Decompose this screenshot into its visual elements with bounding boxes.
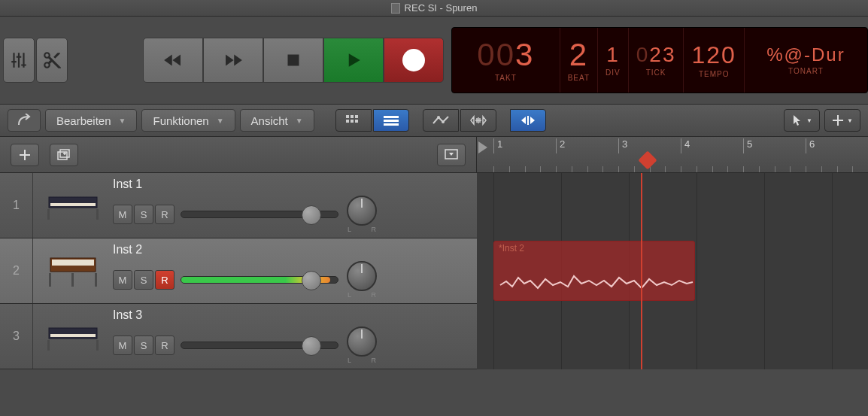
- stop-button[interactable]: [263, 38, 323, 83]
- add-track-button[interactable]: [11, 144, 39, 166]
- plus-icon: [18, 148, 32, 162]
- svg-point-10: [437, 116, 440, 119]
- solo-button[interactable]: S: [134, 270, 153, 290]
- lcd-tick-value[interactable]: 023: [636, 44, 676, 65]
- play-button[interactable]: [323, 38, 384, 83]
- catch-icon: [520, 114, 536, 126]
- pointer-tool-select[interactable]: ▼: [784, 109, 820, 132]
- flex-button[interactable]: [460, 109, 496, 132]
- record-button[interactable]: [384, 38, 444, 83]
- secondary-tool-select[interactable]: ▼: [824, 109, 860, 132]
- scissors-button[interactable]: [36, 38, 68, 83]
- mixer-button[interactable]: [3, 38, 35, 83]
- editor-menu-bar: Bearbeiten▼ Funktionen▼ Ansicht▼ ▼: [0, 104, 868, 137]
- crosshair-icon: [832, 114, 844, 126]
- pan-knob[interactable]: LR: [344, 196, 379, 233]
- svg-rect-28: [96, 340, 99, 351]
- chevron-down-icon: ▼: [296, 117, 303, 125]
- svg-rect-18: [47, 209, 50, 220]
- region-midi-content: [499, 270, 694, 293]
- functions-menu[interactable]: Funktionen▼: [141, 109, 235, 132]
- lcd-display: 003 TAKT 2 BEAT 1 DIV 023 TICK 120 TEMPO…: [451, 27, 868, 93]
- track-header[interactable]: 3 Inst 3 M S R LR: [0, 304, 477, 369]
- track-instrument-icon[interactable]: [39, 183, 107, 228]
- midi-region[interactable]: *Inst 2: [493, 241, 695, 301]
- solo-button[interactable]: S: [134, 336, 153, 355]
- track-number: 3: [0, 304, 33, 369]
- view-menu[interactable]: Ansicht▼: [240, 109, 314, 132]
- forward-button[interactable]: [203, 38, 263, 83]
- duplicate-track-button[interactable]: [50, 144, 78, 166]
- fast-forward-icon: [222, 49, 244, 71]
- svg-rect-24: [71, 273, 74, 287]
- record-arm-button[interactable]: R: [155, 336, 175, 355]
- svg-rect-22: [49, 273, 51, 287]
- mute-button[interactable]: M: [113, 336, 132, 355]
- list-view-button[interactable]: [373, 109, 409, 132]
- track-header[interactable]: 2 Inst 2 M S R LR: [0, 238, 477, 304]
- playhead-line[interactable]: [641, 173, 642, 369]
- svg-rect-0: [288, 55, 299, 66]
- volume-slider[interactable]: [181, 211, 338, 218]
- mute-button[interactable]: M: [113, 270, 132, 290]
- volume-slider[interactable]: [181, 342, 338, 349]
- svg-rect-2: [351, 115, 354, 118]
- functions-menu-label: Funktionen: [153, 114, 208, 127]
- track-name-label[interactable]: Inst 1: [113, 178, 469, 191]
- svg-point-11: [442, 120, 445, 123]
- pan-knob[interactable]: LR: [344, 326, 379, 364]
- svg-rect-8: [384, 120, 399, 122]
- tracks-area: 1 Inst 1 M S R LR: [0, 173, 868, 369]
- hierarchy-up-button[interactable]: [8, 109, 41, 132]
- rewind-icon: [162, 49, 184, 71]
- grid-view-button[interactable]: [335, 109, 372, 132]
- flex-icon: [470, 114, 487, 126]
- list-icon: [383, 114, 399, 126]
- mute-button[interactable]: M: [113, 205, 132, 224]
- chevron-down-icon: ▼: [217, 117, 224, 125]
- lcd-key-label: TONART: [788, 67, 824, 75]
- scissors-icon: [42, 50, 62, 70]
- window-titlebar: REC SI - Spuren: [0, 0, 868, 17]
- track-instrument-icon[interactable]: [39, 314, 107, 359]
- chevron-down-icon: ▼: [119, 117, 126, 125]
- pan-knob[interactable]: LR: [344, 261, 379, 299]
- lcd-key-value[interactable]: %@-Dur: [766, 46, 845, 64]
- lcd-tempo-value[interactable]: 120: [691, 43, 736, 67]
- lcd-beat-value[interactable]: 2: [569, 39, 588, 71]
- lcd-div-label: DIV: [605, 68, 621, 77]
- rewind-button[interactable]: [143, 38, 203, 83]
- record-arm-button[interactable]: R: [155, 270, 175, 290]
- automation-button[interactable]: [423, 109, 459, 132]
- track-header-config-button[interactable]: [437, 144, 466, 166]
- lcd-bar-label: TAKT: [495, 74, 517, 82]
- track-instrument-icon[interactable]: [39, 248, 107, 293]
- ruler-bar-number: 4: [681, 138, 743, 153]
- svg-rect-6: [355, 120, 358, 123]
- svg-rect-19: [96, 209, 99, 220]
- playhead-marker[interactable]: [641, 153, 654, 167]
- arrange-area[interactable]: *Inst 2: [477, 173, 868, 369]
- cycle-start-icon[interactable]: [478, 141, 487, 153]
- svg-rect-21: [52, 260, 94, 266]
- solo-button[interactable]: S: [134, 205, 153, 224]
- view-menu-label: Ansicht: [251, 114, 288, 127]
- record-arm-button[interactable]: R: [155, 205, 175, 224]
- lcd-bar-value[interactable]: 003: [477, 39, 534, 71]
- svg-rect-4: [346, 120, 349, 123]
- track-header[interactable]: 1 Inst 1 M S R LR: [0, 173, 477, 238]
- svg-rect-23: [95, 273, 97, 287]
- grid-icon: [345, 114, 362, 126]
- chevron-down-icon: ▼: [806, 117, 812, 124]
- edit-menu[interactable]: Bearbeiten▼: [45, 109, 137, 132]
- volume-slider[interactable]: [181, 276, 338, 284]
- svg-rect-17: [50, 203, 96, 206]
- svg-rect-26: [50, 334, 96, 337]
- lcd-div-value[interactable]: 1: [606, 44, 620, 65]
- timeline-ruler[interactable]: 123456: [477, 137, 868, 172]
- region-label: *Inst 2: [494, 241, 694, 255]
- catch-playhead-button[interactable]: [510, 109, 546, 132]
- track-name-label[interactable]: Inst 2: [113, 243, 469, 257]
- track-name-label[interactable]: Inst 3: [113, 308, 469, 322]
- dropdown-box-icon: [445, 149, 458, 161]
